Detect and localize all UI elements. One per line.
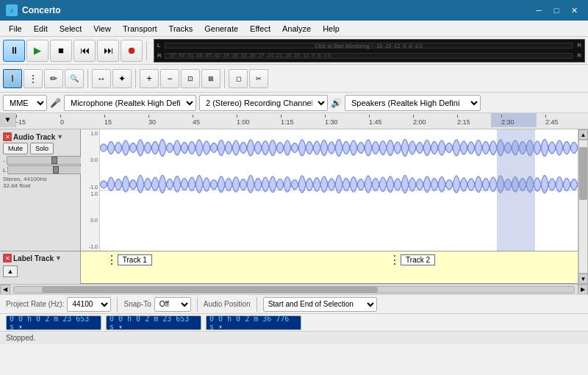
zoom-tool-button[interactable]: 🔍 [65,69,84,88]
ruler-mark-30: 30 [148,115,156,126]
menu-generate[interactable]: Generate [198,21,244,36]
maximize-button[interactable]: □ [548,4,564,17]
ruler-mark-245: 2:45 [545,115,559,126]
toolbar-row2: I ⋮ ✏ 🔍 ↔ ✦ + − ⊡ ⊠ ◻ ✂ [0,65,588,93]
label-2-text[interactable]: Track 2 [401,254,435,265]
channels-select[interactable]: 2 (Stereo) Recording Channels [199,95,328,111]
audio-track-dropdown[interactable]: ▼ [57,133,63,140]
y-axis-bot2: -1.0 [89,244,98,249]
menu-file[interactable]: File [3,21,28,36]
status-sep-2 [197,297,198,312]
ruler-mark-neg15: -15 [16,115,26,126]
title-bar-left: ♪ Concerto [6,4,61,16]
menu-edit[interactable]: Edit [28,21,54,36]
v-scroll-thumb[interactable] [579,147,587,200]
label-track-close[interactable]: ✕ [3,254,12,262]
project-rate-select[interactable]: 44100 [67,297,111,312]
y-axis-mid2: 0.0 [90,218,98,223]
minimize-button[interactable]: ─ [531,4,547,17]
skip-back-button[interactable]: ⏮ [74,40,96,62]
audio-position-value: 0 0 h 0 2 m 23 653 s ▾ [6,315,101,330]
v-scroll-up-button[interactable]: ▲ [578,129,588,140]
ruler-mark-15: 15 [104,115,112,126]
toolbar-separator-2 [87,69,88,88]
status-text: Stopped. [6,334,35,342]
h-scroll-track[interactable] [13,286,575,293]
record-button[interactable]: ⏺ [121,40,143,62]
snap-to-select[interactable]: Off [154,297,191,312]
v-scroll-track[interactable] [578,140,588,274]
menu-select[interactable]: Select [54,21,88,36]
label-track-dropdown[interactable]: ▼ [55,254,62,262]
ruler-mark-100: 1:00 [237,115,250,126]
trim-button[interactable]: ✂ [249,69,268,88]
timeshift-tool-button[interactable]: ↔ [92,69,111,88]
waveform-svg-container[interactable] [100,129,578,251]
zoom-in-button[interactable]: + [140,69,159,88]
play-button[interactable]: ▶ [26,40,49,62]
mic-select[interactable]: Microphone (Realtek High Defini [64,95,196,111]
toolbar-separator-1 [146,41,147,60]
h-scroll-left-button[interactable]: ◀ [0,285,10,295]
y-axis: 1.0 0.0 -1.0 1.0 0.0 -1.0 [81,129,100,251]
selection-tool-button[interactable]: I [3,69,22,88]
stop-button[interactable]: ■ [50,40,72,62]
zoom-selection-button[interactable]: ⊠ [201,69,220,88]
vu-top-row: L Click to Start Monitoring ↑ -18 -15 -1… [157,41,581,50]
skip-forward-button[interactable]: ⏭ [97,40,119,62]
label-track-waveform[interactable]: ⋮ Track 1 ⋮ Track 2 [81,251,578,284]
selection-type-select[interactable]: Start and End of Selection [263,297,377,312]
ruler-mark-145: 1:45 [369,115,382,126]
tracks-area: ✕ Audio Track ▼ Mute Solo - + L R Stereo… [0,129,588,284]
ruler-mark-130: 1:30 [325,115,338,126]
label-track-up-button[interactable]: ▲ [3,265,18,277]
v-scroll-down-button[interactable]: ▼ [578,274,588,284]
snap-to-group: Snap-To Off [123,297,190,312]
label-1-text[interactable]: Track 1 [118,254,152,265]
audio-track-panel: ✕ Audio Track ▼ Mute Solo - + L R Stereo… [0,129,80,251]
vu-L-label: L [157,42,165,49]
vu-meter[interactable]: L Click to Start Monitoring ↑ -18 -15 -1… [154,39,585,63]
y-axis-mid-top: 0.0 [90,157,98,162]
solo-button[interactable]: Solo [30,143,54,154]
fit-view-button[interactable]: ⊡ [181,69,200,88]
ruler-arrow[interactable]: ▼ [0,113,16,127]
waveform-selection-overlay [497,129,535,251]
selection-start-value: 0 0 h 0 2 m 23 653 s ▾ [106,315,201,330]
menu-transport[interactable]: Transport [117,21,163,36]
ruler-marks: -15 0 15 30 45 1:00 1:15 1:30 1:45 2:00 … [16,113,588,127]
pause-button[interactable]: ⏸ [3,40,25,62]
silence-button[interactable]: ◻ [229,69,248,88]
close-button[interactable]: ✕ [566,4,582,17]
selection-group: Start and End of Selection [263,297,377,312]
y-axis-bot: -1.0 [89,185,98,190]
menu-analyze[interactable]: Analyze [276,21,317,36]
label-track-name-row: ✕ Label Track ▼ [3,254,77,262]
menu-effect[interactable]: Effect [244,21,276,36]
h-scroll-thumb[interactable] [42,287,378,293]
multitool-button[interactable]: ✦ [112,69,132,88]
track-panels: ✕ Audio Track ▼ Mute Solo - + L R Stereo… [0,129,81,284]
audio-position-group: Audio Position [204,300,251,308]
mute-button[interactable]: Mute [3,143,28,154]
status-sep-3 [257,297,257,312]
vertical-scrollbar: ▲ ▼ [578,129,588,284]
draw-tool-button[interactable]: ✏ [44,69,63,88]
menu-help[interactable]: Help [317,21,345,36]
vu-click-label[interactable]: Click to Start Monitoring ↑ -18 -15 -12 … [315,43,422,48]
sel-start-display: 0 0 h 0 2 m 23 653 s ▾ [110,315,198,331]
ruler-mark-45: 45 [193,115,200,126]
envelope-tool-button[interactable]: ⋮ [24,69,43,88]
api-select[interactable]: MME [3,95,47,111]
gain-row: - + [3,156,77,165]
zoom-out-button[interactable]: − [160,69,179,88]
vu-L-bar: Click to Start Monitoring ↑ -18 -15 -12 … [165,43,573,49]
menu-view[interactable]: View [87,21,117,36]
toolbar-separator-4 [224,69,225,88]
speaker-select[interactable]: Speakers (Realtek High Defini [345,95,481,111]
audio-track-close[interactable]: ✕ [3,132,12,141]
audio-track-name: Audio Track [13,133,55,141]
h-scroll-right-button[interactable]: ▶ [578,285,588,295]
mute-solo-row: Mute Solo [3,143,77,154]
menu-tracks[interactable]: Tracks [163,21,199,36]
